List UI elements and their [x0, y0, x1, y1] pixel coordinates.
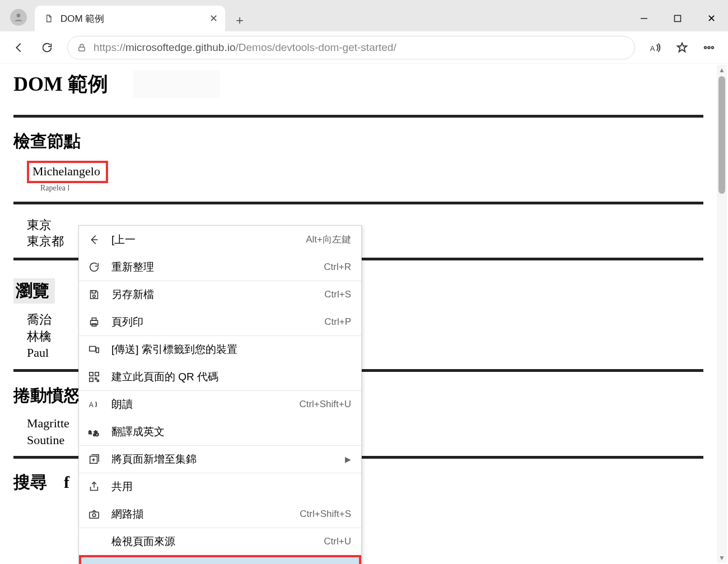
page-title: DOM 範例	[13, 71, 220, 98]
print-icon	[87, 316, 101, 328]
svg-rect-12	[90, 347, 96, 351]
tab-title: DOM 範例	[60, 12, 202, 25]
profile-avatar[interactable]	[10, 9, 27, 26]
svg-rect-2	[675, 16, 681, 22]
svg-point-22	[92, 514, 96, 517]
list-item[interactable]: Rapelea l	[27, 183, 703, 194]
url-text: https://microsoftedge.github.io/Demos/de…	[94, 41, 396, 54]
svg-text:A: A	[650, 44, 655, 52]
svg-rect-13	[96, 348, 99, 352]
minimize-button[interactable]	[627, 6, 661, 31]
ctx-back[interactable]: [上一 Alt+向左鍵	[79, 226, 361, 253]
ctx-translate[interactable]: aあ 翻譯成英文	[79, 418, 361, 445]
ctx-read-aloud[interactable]: A 朗讀 Ctrl+Shift+U	[79, 390, 361, 418]
svg-point-7	[712, 46, 714, 49]
titlebar: DOM 範例 ✕ ＋ ✕	[0, 0, 728, 31]
context-menu: [上一 Alt+向左鍵 重新整理 Ctrl+R 另存新檔 Ctrl+S 頁列印 …	[78, 225, 362, 564]
save-icon	[87, 288, 101, 301]
chevron-right-icon: ▶	[345, 455, 351, 464]
ctx-view-source[interactable]: 檢視頁面來源 Ctrl+U	[79, 528, 361, 555]
section-heading: 瀏覽	[13, 278, 55, 304]
close-window-button[interactable]: ✕	[694, 6, 728, 31]
back-icon	[87, 234, 101, 246]
close-tab-icon[interactable]: ✕	[208, 13, 218, 24]
lock-icon[interactable]	[77, 43, 87, 53]
ctx-save-as[interactable]: 另存新檔 Ctrl+S	[79, 281, 361, 308]
svg-text:a: a	[88, 428, 92, 435]
svg-point-8	[93, 295, 96, 297]
svg-text:A: A	[89, 401, 94, 409]
scroll-down-icon[interactable]: ▼	[717, 553, 727, 563]
svg-rect-14	[90, 372, 93, 375]
ctx-inspect[interactable]: 檢查	[81, 557, 359, 564]
favorite-icon[interactable]	[670, 35, 694, 60]
svg-rect-3	[79, 47, 85, 51]
svg-point-6	[708, 46, 710, 49]
read-aloud-icon[interactable]: A	[643, 35, 668, 60]
more-menu-icon[interactable]	[697, 35, 721, 60]
collections-icon	[87, 453, 101, 465]
ctx-web-capture[interactable]: 網路擷 Ctrl+Shift+S	[79, 500, 361, 528]
svg-rect-10	[92, 318, 96, 320]
ctx-print[interactable]: 頁列印 Ctrl+P	[79, 308, 361, 335]
ctx-create-qr[interactable]: 建立此頁面的 QR 代碼	[79, 363, 361, 390]
ctx-reload[interactable]: 重新整理 Ctrl+R	[79, 253, 361, 281]
list-item[interactable]: Michelangelo	[27, 161, 108, 183]
address-bar[interactable]: https://microsoftedge.github.io/Demos/de…	[67, 36, 635, 59]
camera-icon	[87, 508, 101, 520]
toolbar: https://microsoftedge.github.io/Demos/de…	[0, 31, 728, 64]
svg-rect-15	[95, 372, 99, 375]
back-button[interactable]	[7, 35, 31, 60]
translate-icon: aあ	[87, 426, 101, 438]
browser-tab[interactable]: DOM 範例 ✕	[35, 6, 225, 31]
scrollbar[interactable]: ▲ ▼	[717, 65, 727, 563]
svg-point-0	[17, 13, 21, 17]
ctx-add-to-collections[interactable]: 將頁面新增至集錦 ▶	[79, 445, 361, 473]
scroll-up-icon[interactable]: ▲	[717, 65, 727, 75]
scroll-thumb[interactable]	[718, 76, 725, 194]
reload-icon	[87, 261, 101, 273]
page-icon	[44, 13, 54, 24]
svg-rect-21	[90, 512, 99, 518]
qr-icon	[87, 371, 101, 383]
svg-rect-16	[90, 377, 93, 381]
ctx-send-to-device[interactable]: [傳送] 索引標籤到您的裝置	[79, 335, 361, 363]
ctx-share[interactable]: 共用	[79, 473, 361, 500]
svg-point-5	[704, 46, 707, 49]
share-icon	[87, 481, 101, 493]
new-tab-button[interactable]: ＋	[228, 9, 251, 31]
svg-text:あ: あ	[93, 429, 99, 436]
devices-icon	[87, 343, 101, 356]
section-heading: 檢查節點	[13, 130, 703, 153]
read-aloud-icon: A	[87, 398, 101, 411]
refresh-button[interactable]	[35, 35, 59, 60]
maximize-button[interactable]	[661, 6, 694, 31]
